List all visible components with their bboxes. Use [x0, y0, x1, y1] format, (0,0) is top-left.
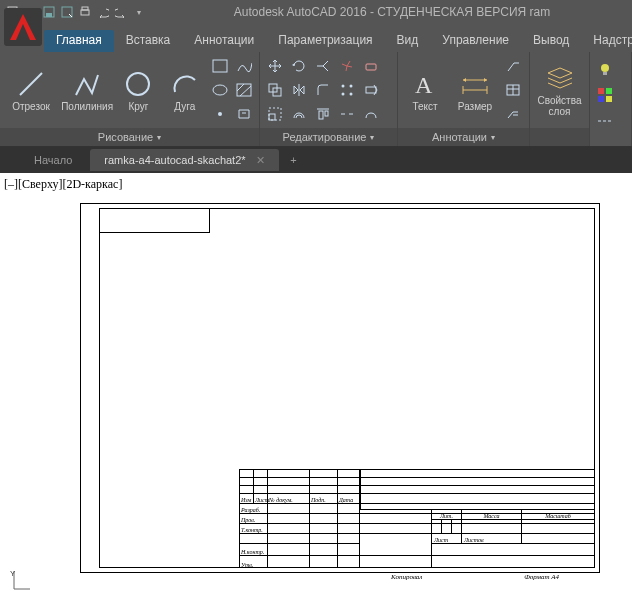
- redo-icon[interactable]: [114, 5, 128, 19]
- ribbon: Отрезок Полилиния Круг Дуга: [0, 52, 632, 147]
- svg-rect-40: [598, 96, 604, 102]
- ribbon-tab-manage[interactable]: Управление: [430, 30, 521, 52]
- lightbulb-icon[interactable]: [594, 58, 616, 80]
- viewport-controls[interactable]: [–][Сверху][2D-каркас]: [4, 177, 122, 192]
- doc-tab-active[interactable]: ramka-a4-autocad-skachat2* ✕: [90, 149, 278, 171]
- text-button[interactable]: A Текст: [402, 55, 448, 125]
- color-swatch-icon[interactable]: [594, 84, 616, 106]
- svg-point-18: [342, 85, 345, 88]
- erase-icon[interactable]: [360, 55, 382, 77]
- panel-properties: [590, 52, 632, 146]
- polyline-button[interactable]: Полилиния: [60, 55, 114, 125]
- ellipse-icon[interactable]: [209, 79, 231, 101]
- doc-tab-start[interactable]: Начало: [20, 149, 86, 171]
- join-icon[interactable]: [360, 103, 382, 125]
- svg-rect-37: [603, 72, 607, 75]
- svg-point-10: [213, 85, 227, 95]
- trim-icon[interactable]: [312, 55, 334, 77]
- svg-line-12: [237, 84, 244, 91]
- qat-dropdown-icon[interactable]: ▾: [132, 5, 146, 19]
- ribbon-tab-insert[interactable]: Вставка: [114, 30, 183, 52]
- svg-rect-27: [325, 111, 328, 116]
- rotate-icon[interactable]: [288, 55, 310, 77]
- layer-properties-button[interactable]: Свойства слоя: [534, 55, 585, 125]
- circle-button[interactable]: Круг: [116, 55, 160, 125]
- offset-icon[interactable]: [288, 103, 310, 125]
- explode-icon[interactable]: [336, 55, 358, 77]
- undo-icon[interactable]: [96, 5, 110, 19]
- chevron-down-icon[interactable]: ▾: [157, 133, 161, 142]
- title-block: Изм Лист № докум. Подп. Дата Разраб. Про…: [239, 469, 594, 567]
- svg-rect-38: [598, 88, 604, 94]
- fillet-icon[interactable]: [312, 79, 334, 101]
- svg-rect-26: [319, 111, 323, 119]
- break-icon[interactable]: [336, 103, 358, 125]
- svg-line-13: [240, 86, 251, 96]
- stretch-icon[interactable]: [360, 79, 382, 101]
- scale-icon[interactable]: [264, 103, 286, 125]
- array-icon[interactable]: [336, 79, 358, 101]
- document-tabs: Начало ramka-a4-autocad-skachat2* ✕ +: [0, 147, 632, 173]
- dimension-icon: [460, 69, 490, 99]
- line-icon: [16, 69, 46, 99]
- titlebar: ▾ Autodesk AutoCAD 2016 - СТУДЕНЧЕСКАЯ В…: [0, 0, 632, 24]
- drawing-viewport[interactable]: [–][Сверху][2D-каркас]: [0, 173, 632, 595]
- svg-point-20: [342, 93, 345, 96]
- frame-border: Изм Лист № докум. Подп. Дата Разраб. Про…: [99, 208, 595, 568]
- spline-icon[interactable]: [233, 55, 255, 77]
- svg-rect-2: [46, 13, 52, 17]
- svg-rect-4: [81, 10, 89, 15]
- panel-draw: Отрезок Полилиния Круг Дуга: [0, 52, 260, 146]
- ribbon-tab-row: Главная Вставка Аннотации Параметризация…: [0, 24, 632, 52]
- rectangle-icon[interactable]: [209, 55, 231, 77]
- copy-icon[interactable]: [264, 79, 286, 101]
- chevron-down-icon[interactable]: ▾: [370, 133, 374, 142]
- text-icon: A: [410, 69, 440, 99]
- footer-format: Формат A4: [524, 573, 559, 581]
- app-logo[interactable]: [4, 8, 42, 46]
- table-icon[interactable]: [502, 79, 524, 101]
- point-icon[interactable]: [209, 103, 231, 125]
- arc-button[interactable]: Дуга: [163, 55, 207, 125]
- ribbon-tab-home[interactable]: Главная: [44, 30, 114, 52]
- app-title: Autodesk AutoCAD 2016 - СТУДЕНЧЕСКАЯ ВЕР…: [152, 5, 632, 19]
- print-icon[interactable]: [78, 5, 92, 19]
- top-corner-box: [100, 209, 210, 233]
- hatch-icon[interactable]: [233, 79, 255, 101]
- svg-rect-22: [366, 87, 376, 93]
- svg-rect-39: [606, 88, 612, 94]
- linetype-icon[interactable]: [594, 110, 616, 132]
- panel-annotation: A Текст Размер Аннотации▾: [398, 52, 530, 146]
- save-icon[interactable]: [42, 5, 56, 19]
- ribbon-tab-annotate[interactable]: Аннотации: [182, 30, 266, 52]
- move-icon[interactable]: [264, 55, 286, 77]
- svg-text:Y: Y: [10, 569, 16, 578]
- svg-text:A: A: [415, 72, 433, 97]
- dimension-button[interactable]: Размер: [450, 55, 500, 125]
- svg-rect-6: [4, 8, 42, 46]
- svg-rect-23: [269, 114, 275, 120]
- panel-title-annotation[interactable]: Аннотации: [432, 131, 487, 143]
- mleader-icon[interactable]: [502, 103, 524, 125]
- close-icon[interactable]: ✕: [256, 154, 265, 167]
- ribbon-tab-view[interactable]: Вид: [385, 30, 431, 52]
- align-icon[interactable]: [312, 103, 334, 125]
- svg-point-8: [127, 73, 149, 95]
- panel-title-draw[interactable]: Рисование: [98, 131, 153, 143]
- region-icon[interactable]: [233, 103, 255, 125]
- chevron-down-icon[interactable]: ▾: [491, 133, 495, 142]
- ucs-icon[interactable]: Y: [10, 569, 32, 593]
- line-button[interactable]: Отрезок: [4, 55, 58, 125]
- doc-tab-add[interactable]: +: [283, 149, 305, 171]
- sheet-outline: Изм Лист № докум. Подп. Дата Разраб. Про…: [80, 203, 600, 573]
- mirror-icon[interactable]: [288, 79, 310, 101]
- ribbon-tab-addins[interactable]: Надстройки: [581, 30, 632, 52]
- panel-modify: Редактирование▾: [260, 52, 398, 146]
- svg-rect-9: [213, 60, 227, 72]
- panel-title-modify[interactable]: Редактирование: [283, 131, 367, 143]
- leader-icon[interactable]: [502, 55, 524, 77]
- ribbon-tab-output[interactable]: Вывод: [521, 30, 581, 52]
- saveas-icon[interactable]: [60, 5, 74, 19]
- ribbon-tab-parametric[interactable]: Параметризация: [266, 30, 384, 52]
- layers-icon: [545, 63, 575, 93]
